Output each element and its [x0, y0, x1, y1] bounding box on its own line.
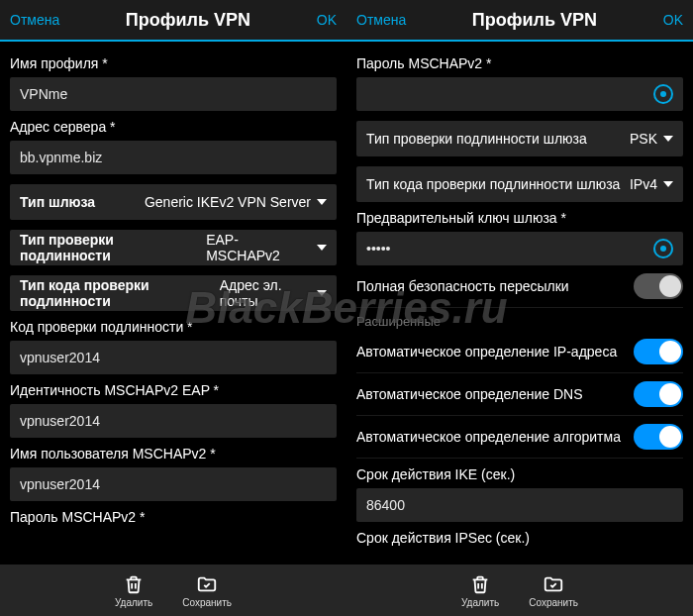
cancel-button[interactable]: Отмена: [10, 12, 59, 28]
gateway-type-select[interactable]: Тип шлюза Generic IKEv2 VPN Server: [10, 184, 337, 220]
identity-label: Идентичность MSCHAPv2 EAP *: [10, 382, 337, 398]
auto-algo-label: Автоматическое определение алгоритма: [356, 429, 634, 445]
footer: Удалить Сохранить: [0, 565, 346, 616]
right-pane: Отмена Профиль VPN OK Пароль MSCHAPv2 * …: [346, 0, 693, 616]
auth-code-type-value: Адрес эл. почты: [220, 277, 311, 309]
gateway-type-value: Generic IKEv2 VPN Server: [145, 194, 311, 210]
save-button[interactable]: Сохранить: [182, 573, 232, 608]
auto-dns-toggle[interactable]: [634, 381, 683, 407]
auth-code-type-label: Тип кода проверки подлинности: [20, 277, 220, 309]
eye-icon[interactable]: [653, 239, 673, 258]
form-content: Имя профиля * VPNme Адрес сервера * bb.v…: [0, 42, 346, 565]
chevron-down-icon: [317, 245, 327, 251]
auto-ip-label: Автоматическое определение IP-адреса: [356, 344, 634, 359]
page-title: Профиль VPN: [126, 10, 250, 31]
chevron-down-icon: [317, 199, 327, 205]
chevron-down-icon: [317, 290, 327, 296]
psk-label: Предварительный ключ шлюза *: [356, 210, 683, 226]
delete-label: Удалить: [461, 597, 499, 608]
pfs-label: Полная безопасность пересылки: [356, 278, 634, 294]
folder-check-icon: [542, 573, 565, 595]
psk-value: •••••: [366, 241, 391, 257]
gateway-code-type-select[interactable]: Тип кода проверки подлинности шлюза IPv4: [356, 166, 683, 202]
ike-lifetime-input[interactable]: 86400: [356, 488, 683, 522]
header: Отмена Профиль VPN OK: [346, 0, 693, 42]
auto-dns-label: Автоматическое определение DNS: [356, 386, 634, 402]
auto-algo-row: Автоматическое определение алгоритма: [356, 416, 683, 459]
auth-type-label: Тип проверки подлинности: [20, 232, 206, 263]
gateway-code-type-label: Тип кода проверки подлинности шлюза: [366, 176, 620, 192]
eye-icon[interactable]: [653, 84, 673, 104]
auth-code-input[interactable]: vpnuser2014: [10, 341, 337, 374]
auto-algo-toggle[interactable]: [634, 424, 683, 450]
username-input[interactable]: vpnuser2014: [10, 467, 337, 501]
server-address-label: Адрес сервера *: [10, 119, 337, 135]
auto-dns-row: Автоматическое определение DNS: [356, 373, 683, 416]
ok-button[interactable]: OK: [317, 12, 337, 28]
footer: Удалить Сохранить: [346, 565, 693, 616]
auth-code-label: Код проверки подлинности *: [10, 319, 337, 335]
password-label: Пароль MSCHAPv2 *: [356, 55, 683, 71]
auth-type-value: EAP-MSCHAPv2: [206, 232, 311, 263]
header: Отмена Профиль VPN OK: [0, 0, 346, 42]
auth-type-select[interactable]: Тип проверки подлинности EAP-MSCHAPv2: [10, 230, 337, 265]
chevron-down-icon: [663, 136, 673, 142]
auto-ip-toggle[interactable]: [634, 339, 683, 364]
server-address-input[interactable]: bb.vpnme.biz: [10, 141, 337, 174]
left-pane: Отмена Профиль VPN OK Имя профиля * VPNm…: [0, 0, 346, 616]
trash-icon: [468, 573, 492, 595]
auto-ip-row: Автоматическое определение IP-адреса: [356, 331, 683, 373]
username-label: Имя пользователя MSCHAPv2 *: [10, 446, 337, 462]
gateway-auth-type-value: PSK: [630, 131, 657, 147]
trash-icon: [122, 573, 146, 595]
save-label: Сохранить: [529, 597, 578, 608]
profile-name-label: Имя профиля *: [10, 55, 337, 71]
ipsec-lifetime-label: Срок действия IPSec (сек.): [356, 530, 683, 546]
delete-button[interactable]: Удалить: [461, 573, 499, 608]
advanced-header: Расширенные: [356, 314, 683, 329]
page-title: Профиль VPN: [472, 10, 597, 31]
gateway-auth-type-label: Тип проверки подлинности шлюза: [366, 131, 587, 147]
delete-label: Удалить: [115, 597, 152, 608]
save-label: Сохранить: [182, 597, 232, 608]
gateway-type-label: Тип шлюза: [20, 194, 95, 210]
chevron-down-icon: [663, 181, 673, 187]
gateway-code-type-value: IPv4: [630, 176, 657, 192]
password-input[interactable]: [356, 77, 683, 111]
identity-input[interactable]: vpnuser2014: [10, 404, 337, 438]
ok-button[interactable]: OK: [663, 12, 683, 28]
pfs-toggle[interactable]: [634, 273, 683, 299]
profile-name-input[interactable]: VPNme: [10, 77, 337, 111]
gateway-auth-type-select[interactable]: Тип проверки подлинности шлюза PSK: [356, 121, 683, 156]
auth-code-type-select[interactable]: Тип кода проверки подлинности Адрес эл. …: [10, 275, 337, 311]
folder-check-icon: [195, 573, 219, 595]
cancel-button[interactable]: Отмена: [356, 12, 406, 28]
pfs-row: Полная безопасность пересылки: [356, 265, 683, 308]
ike-lifetime-label: Срок действия IKE (сек.): [356, 466, 683, 482]
delete-button[interactable]: Удалить: [115, 573, 152, 608]
password-label: Пароль MSCHAPv2 *: [10, 509, 337, 525]
save-button[interactable]: Сохранить: [529, 573, 578, 608]
psk-input[interactable]: •••••: [356, 232, 683, 265]
form-content: Пароль MSCHAPv2 * Тип проверки подлиннос…: [346, 42, 693, 565]
